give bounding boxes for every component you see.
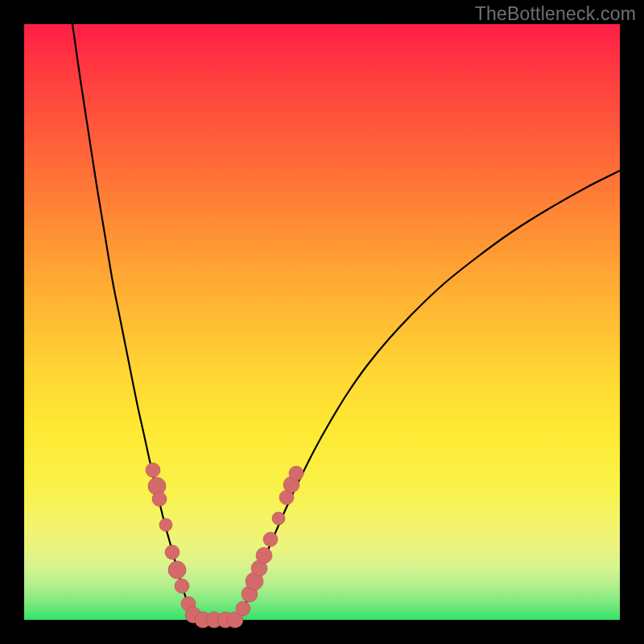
marker-dot xyxy=(236,601,250,616)
marker-dot xyxy=(152,492,167,506)
marker-dot xyxy=(168,561,186,579)
scatter-markers xyxy=(146,463,303,628)
chart-svg xyxy=(24,24,620,620)
marker-dot xyxy=(165,545,180,559)
marker-dot xyxy=(289,466,303,481)
outer-frame: TheBottleneck.com xyxy=(0,0,644,644)
marker-dot xyxy=(175,579,189,593)
marker-dot xyxy=(263,532,278,547)
marker-dot xyxy=(159,518,172,531)
marker-dot xyxy=(146,463,160,477)
curve-left-branch xyxy=(72,24,195,620)
watermark-text: TheBottleneck.com xyxy=(475,3,636,25)
marker-dot xyxy=(272,512,285,525)
plot-area xyxy=(24,24,620,620)
marker-dot xyxy=(256,547,272,564)
curve-right-branch xyxy=(237,171,620,620)
